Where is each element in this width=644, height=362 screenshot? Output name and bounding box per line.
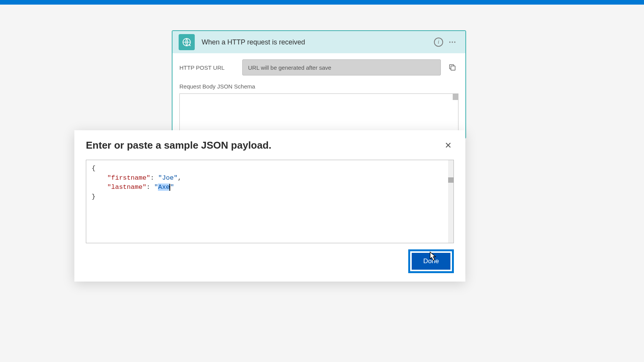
url-label: HTTP POST URL <box>179 64 237 71</box>
svg-point-2 <box>452 41 453 43</box>
schema-textarea[interactable] <box>179 93 458 132</box>
top-app-bar <box>0 0 644 5</box>
json-val-firstname: "Joe" <box>158 174 177 182</box>
svg-point-3 <box>454 41 455 43</box>
more-options-icon[interactable] <box>445 35 459 49</box>
modal-title: Enter or paste a sample JSON payload. <box>86 139 271 151</box>
url-input: URL will be generated after save <box>242 59 441 75</box>
schema-scrollbar[interactable] <box>453 94 458 100</box>
done-button-highlight: Done <box>408 249 454 273</box>
done-button[interactable]: Done <box>412 253 450 270</box>
svg-rect-4 <box>451 66 455 70</box>
schema-label: Request Body JSON Schema <box>179 83 458 90</box>
svg-point-1 <box>449 41 450 43</box>
trigger-header[interactable]: When a HTTP request is received i <box>172 31 465 53</box>
modal-footer: Done <box>86 249 454 273</box>
modal-header: Enter or paste a sample JSON payload. ✕ <box>86 139 454 151</box>
url-row: HTTP POST URL URL will be generated afte… <box>179 59 458 75</box>
trigger-body: HTTP POST URL URL will be generated afte… <box>172 53 465 138</box>
info-icon[interactable]: i <box>432 35 445 49</box>
close-icon[interactable]: ✕ <box>442 140 454 151</box>
json-brace-close: } <box>92 193 95 200</box>
url-placeholder: URL will be generated after save <box>248 64 331 71</box>
json-scrollbar-track[interactable] <box>448 160 453 243</box>
json-key-firstname: "firstname" <box>107 174 150 182</box>
json-val-lastname-selected: Axe <box>158 183 170 191</box>
json-key-lastname: "lastname" <box>107 183 146 191</box>
json-scrollbar-thumb[interactable] <box>448 177 453 183</box>
json-payload-editor[interactable]: { "firstname": "Joe", "lastname": "Axe" … <box>86 160 454 243</box>
http-request-icon <box>179 34 195 50</box>
trigger-title: When a HTTP request is received <box>202 38 432 46</box>
sample-payload-modal: Enter or paste a sample JSON payload. ✕ … <box>74 130 465 282</box>
http-trigger-card: When a HTTP request is received i HTTP P… <box>172 30 466 139</box>
copy-url-icon[interactable] <box>446 61 458 74</box>
json-brace-open: { <box>92 165 95 172</box>
